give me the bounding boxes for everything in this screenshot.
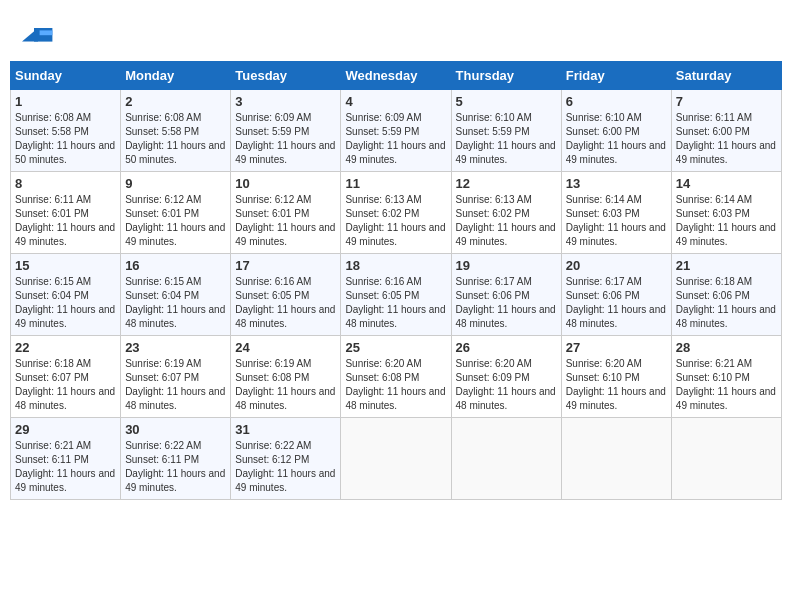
calendar-week-5: 29 Sunrise: 6:21 AMSunset: 6:11 PMDaylig…: [11, 418, 782, 500]
weekday-header-saturday: Saturday: [671, 62, 781, 90]
day-number: 25: [345, 340, 446, 355]
calendar-cell: 14 Sunrise: 6:14 AMSunset: 6:03 PMDaylig…: [671, 172, 781, 254]
page-header: [10, 10, 782, 61]
calendar-cell: 6 Sunrise: 6:10 AMSunset: 6:00 PMDayligh…: [561, 90, 671, 172]
calendar-cell: 18 Sunrise: 6:16 AMSunset: 6:05 PMDaylig…: [341, 254, 451, 336]
day-info: Sunrise: 6:11 AMSunset: 6:00 PMDaylight:…: [676, 112, 776, 165]
day-number: 14: [676, 176, 777, 191]
day-info: Sunrise: 6:20 AMSunset: 6:09 PMDaylight:…: [456, 358, 556, 411]
day-number: 29: [15, 422, 116, 437]
day-info: Sunrise: 6:19 AMSunset: 6:08 PMDaylight:…: [235, 358, 335, 411]
calendar-cell: 20 Sunrise: 6:17 AMSunset: 6:06 PMDaylig…: [561, 254, 671, 336]
calendar-cell: 30 Sunrise: 6:22 AMSunset: 6:11 PMDaylig…: [121, 418, 231, 500]
calendar-cell: 19 Sunrise: 6:17 AMSunset: 6:06 PMDaylig…: [451, 254, 561, 336]
weekday-header-thursday: Thursday: [451, 62, 561, 90]
calendar-cell: 23 Sunrise: 6:19 AMSunset: 6:07 PMDaylig…: [121, 336, 231, 418]
day-info: Sunrise: 6:20 AMSunset: 6:08 PMDaylight:…: [345, 358, 445, 411]
day-number: 10: [235, 176, 336, 191]
calendar-cell: [451, 418, 561, 500]
calendar-cell: [561, 418, 671, 500]
calendar-cell: 12 Sunrise: 6:13 AMSunset: 6:02 PMDaylig…: [451, 172, 561, 254]
day-number: 23: [125, 340, 226, 355]
calendar-cell: 3 Sunrise: 6:09 AMSunset: 5:59 PMDayligh…: [231, 90, 341, 172]
calendar-cell: 2 Sunrise: 6:08 AMSunset: 5:58 PMDayligh…: [121, 90, 231, 172]
calendar-cell: 22 Sunrise: 6:18 AMSunset: 6:07 PMDaylig…: [11, 336, 121, 418]
calendar-cell: [341, 418, 451, 500]
day-number: 6: [566, 94, 667, 109]
day-number: 21: [676, 258, 777, 273]
day-number: 18: [345, 258, 446, 273]
calendar-cell: 7 Sunrise: 6:11 AMSunset: 6:00 PMDayligh…: [671, 90, 781, 172]
day-number: 2: [125, 94, 226, 109]
day-info: Sunrise: 6:13 AMSunset: 6:02 PMDaylight:…: [345, 194, 445, 247]
calendar-cell: 27 Sunrise: 6:20 AMSunset: 6:10 PMDaylig…: [561, 336, 671, 418]
day-number: 22: [15, 340, 116, 355]
logo-icon: [22, 20, 54, 52]
calendar-cell: 15 Sunrise: 6:15 AMSunset: 6:04 PMDaylig…: [11, 254, 121, 336]
day-info: Sunrise: 6:12 AMSunset: 6:01 PMDaylight:…: [235, 194, 335, 247]
calendar-week-2: 8 Sunrise: 6:11 AMSunset: 6:01 PMDayligh…: [11, 172, 782, 254]
calendar-cell: 26 Sunrise: 6:20 AMSunset: 6:09 PMDaylig…: [451, 336, 561, 418]
day-info: Sunrise: 6:20 AMSunset: 6:10 PMDaylight:…: [566, 358, 666, 411]
weekday-header-friday: Friday: [561, 62, 671, 90]
day-info: Sunrise: 6:15 AMSunset: 6:04 PMDaylight:…: [125, 276, 225, 329]
day-number: 4: [345, 94, 446, 109]
day-number: 11: [345, 176, 446, 191]
day-info: Sunrise: 6:17 AMSunset: 6:06 PMDaylight:…: [456, 276, 556, 329]
weekday-header-monday: Monday: [121, 62, 231, 90]
calendar-cell: 13 Sunrise: 6:14 AMSunset: 6:03 PMDaylig…: [561, 172, 671, 254]
day-number: 26: [456, 340, 557, 355]
day-info: Sunrise: 6:14 AMSunset: 6:03 PMDaylight:…: [566, 194, 666, 247]
day-info: Sunrise: 6:22 AMSunset: 6:11 PMDaylight:…: [125, 440, 225, 493]
day-number: 3: [235, 94, 336, 109]
calendar-cell: 10 Sunrise: 6:12 AMSunset: 6:01 PMDaylig…: [231, 172, 341, 254]
day-info: Sunrise: 6:13 AMSunset: 6:02 PMDaylight:…: [456, 194, 556, 247]
logo: [20, 20, 54, 56]
day-number: 15: [15, 258, 116, 273]
calendar-cell: 28 Sunrise: 6:21 AMSunset: 6:10 PMDaylig…: [671, 336, 781, 418]
weekday-header-wednesday: Wednesday: [341, 62, 451, 90]
day-number: 16: [125, 258, 226, 273]
calendar-header-row: SundayMondayTuesdayWednesdayThursdayFrid…: [11, 62, 782, 90]
day-info: Sunrise: 6:10 AMSunset: 6:00 PMDaylight:…: [566, 112, 666, 165]
day-number: 20: [566, 258, 667, 273]
calendar-cell: 17 Sunrise: 6:16 AMSunset: 6:05 PMDaylig…: [231, 254, 341, 336]
day-info: Sunrise: 6:08 AMSunset: 5:58 PMDaylight:…: [125, 112, 225, 165]
day-info: Sunrise: 6:11 AMSunset: 6:01 PMDaylight:…: [15, 194, 115, 247]
day-number: 8: [15, 176, 116, 191]
calendar-cell: 9 Sunrise: 6:12 AMSunset: 6:01 PMDayligh…: [121, 172, 231, 254]
day-number: 12: [456, 176, 557, 191]
day-info: Sunrise: 6:09 AMSunset: 5:59 PMDaylight:…: [235, 112, 335, 165]
calendar-cell: 4 Sunrise: 6:09 AMSunset: 5:59 PMDayligh…: [341, 90, 451, 172]
weekday-header-tuesday: Tuesday: [231, 62, 341, 90]
calendar-cell: 31 Sunrise: 6:22 AMSunset: 6:12 PMDaylig…: [231, 418, 341, 500]
calendar-cell: 1 Sunrise: 6:08 AMSunset: 5:58 PMDayligh…: [11, 90, 121, 172]
day-info: Sunrise: 6:15 AMSunset: 6:04 PMDaylight:…: [15, 276, 115, 329]
day-info: Sunrise: 6:09 AMSunset: 5:59 PMDaylight:…: [345, 112, 445, 165]
calendar-cell: [671, 418, 781, 500]
day-info: Sunrise: 6:17 AMSunset: 6:06 PMDaylight:…: [566, 276, 666, 329]
calendar-week-4: 22 Sunrise: 6:18 AMSunset: 6:07 PMDaylig…: [11, 336, 782, 418]
day-number: 7: [676, 94, 777, 109]
day-number: 9: [125, 176, 226, 191]
day-info: Sunrise: 6:16 AMSunset: 6:05 PMDaylight:…: [345, 276, 445, 329]
weekday-header-sunday: Sunday: [11, 62, 121, 90]
calendar-cell: 25 Sunrise: 6:20 AMSunset: 6:08 PMDaylig…: [341, 336, 451, 418]
day-info: Sunrise: 6:18 AMSunset: 6:07 PMDaylight:…: [15, 358, 115, 411]
day-info: Sunrise: 6:21 AMSunset: 6:11 PMDaylight:…: [15, 440, 115, 493]
day-number: 1: [15, 94, 116, 109]
day-number: 31: [235, 422, 336, 437]
day-number: 27: [566, 340, 667, 355]
day-number: 5: [456, 94, 557, 109]
day-info: Sunrise: 6:22 AMSunset: 6:12 PMDaylight:…: [235, 440, 335, 493]
calendar-table: SundayMondayTuesdayWednesdayThursdayFrid…: [10, 61, 782, 500]
day-info: Sunrise: 6:12 AMSunset: 6:01 PMDaylight:…: [125, 194, 225, 247]
calendar-cell: 5 Sunrise: 6:10 AMSunset: 5:59 PMDayligh…: [451, 90, 561, 172]
day-number: 24: [235, 340, 336, 355]
calendar-cell: 24 Sunrise: 6:19 AMSunset: 6:08 PMDaylig…: [231, 336, 341, 418]
calendar-week-1: 1 Sunrise: 6:08 AMSunset: 5:58 PMDayligh…: [11, 90, 782, 172]
calendar-cell: 16 Sunrise: 6:15 AMSunset: 6:04 PMDaylig…: [121, 254, 231, 336]
calendar-week-3: 15 Sunrise: 6:15 AMSunset: 6:04 PMDaylig…: [11, 254, 782, 336]
day-number: 13: [566, 176, 667, 191]
day-number: 28: [676, 340, 777, 355]
